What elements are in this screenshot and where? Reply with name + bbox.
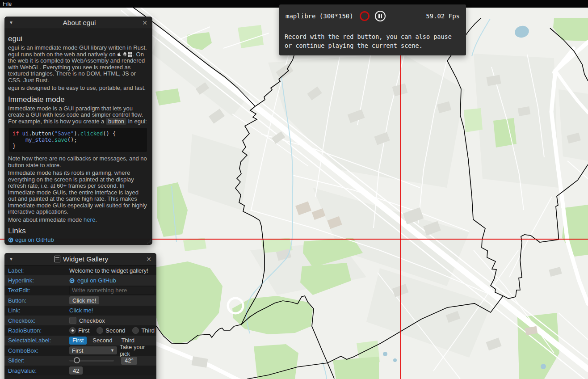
radio-option[interactable]: Second <box>97 327 125 334</box>
row-value: 42° <box>69 357 137 365</box>
row-value: 42 <box>69 366 83 375</box>
click-me-button[interactable]: Click me! <box>69 296 99 304</box>
widget-row: RadioButton:FirstSecondThird <box>4 325 156 335</box>
row-label-hyperlink: Hyperlink: <box>8 277 69 284</box>
selectable-label[interactable]: Second <box>89 337 115 345</box>
about-paragraph-6: More about immediate mode here. <box>8 217 148 223</box>
hyperlink[interactable]: egui on GitHub <box>77 277 116 284</box>
about-paragraph-5: Immediate mode has its roots in gaming, … <box>8 170 148 215</box>
row-label-textedit: TextEdit: <box>8 287 69 294</box>
row-label-radio: RadioButton: <box>8 327 69 334</box>
apple-icon <box>118 52 122 57</box>
recorder-message-line1: Record with the red button, you can also… <box>285 32 461 41</box>
row-label-dragvalue: DragValue: <box>8 367 69 374</box>
radio-option[interactable]: Third <box>132 327 155 334</box>
radio-label: First <box>78 327 89 334</box>
row-label-slider: Slider: <box>8 357 69 364</box>
widget-gallery-rows: Label:Welcome to the widget gallery!Hype… <box>4 265 156 375</box>
row-value: Checkbox <box>69 317 105 324</box>
row-label-button: Button: <box>8 297 69 304</box>
about-link[interactable]: egui on GitHub <box>8 237 148 244</box>
row-label-selectable: SelectableLabel: <box>8 337 69 344</box>
radio-button[interactable] <box>132 327 139 334</box>
widget-gallery-title: Widget Gallery <box>17 255 146 263</box>
about-link-label: egui on GitHub <box>15 237 54 244</box>
widget-row: Label:Welcome to the widget gallery! <box>4 265 156 275</box>
textedit-input[interactable] <box>69 286 154 295</box>
about-titlebar[interactable]: ▼ About egui ✕ <box>4 17 152 29</box>
about-paragraph-2: egui is designed to be easy to use, port… <box>8 85 148 92</box>
selectable-label[interactable]: Third <box>118 337 138 345</box>
links-heading: Links <box>8 227 148 235</box>
about-body: egui egui is an immediate mode GUI libra… <box>4 29 152 245</box>
recorder-header: maplibre (300*150) 59.02 Fps <box>279 4 466 28</box>
about-link-label: @ernerfeldt <box>16 244 46 245</box>
app-stage: File maplibre (300*150) 59.02 Fps Record… <box>0 0 588 379</box>
about-paragraph-3: Immediate mode is a GUI paradigm that le… <box>8 105 148 125</box>
widget-row: Hyperlink:egui on GitHub <box>4 275 156 285</box>
close-icon[interactable]: ✕ <box>142 19 148 26</box>
combobox-hint: Take your pick <box>120 344 156 357</box>
resize-handle[interactable] <box>147 239 151 244</box>
here-link[interactable]: here <box>84 216 95 223</box>
row-value <box>69 286 154 295</box>
recorder-panel: maplibre (300*150) 59.02 Fps Record with… <box>279 4 466 55</box>
radio-button[interactable] <box>97 327 103 334</box>
egui-heading: egui <box>8 34 148 43</box>
cabinet-icon <box>55 256 60 262</box>
row-label-link: Link: <box>8 307 69 314</box>
pause-button[interactable] <box>375 11 386 21</box>
chevron-down-icon: ▼ <box>110 348 114 353</box>
code-block: if ui.button("Save").clicked() { my_stat… <box>9 128 147 152</box>
checkbox[interactable] <box>69 317 76 324</box>
about-link[interactable]: @ernerfeldt <box>8 244 148 245</box>
widget-row: Slider:42° <box>4 356 156 366</box>
about-links: egui on GitHub@ernerfeldtegui documentat… <box>8 237 148 245</box>
row-value: First▼Take your pick <box>69 344 156 357</box>
radio-label: Third <box>141 327 155 334</box>
dragvalue[interactable]: 42 <box>69 366 83 375</box>
slider-knob[interactable] <box>74 357 80 363</box>
slider-track[interactable] <box>69 360 114 362</box>
radio-button[interactable] <box>69 327 76 334</box>
about-window-title: About egui <box>17 19 142 27</box>
os-icons <box>117 51 133 58</box>
row-label-label: Label: <box>8 267 69 274</box>
combobox[interactable]: First▼ <box>69 346 117 354</box>
recorder-message: Record with the red button, you can also… <box>279 28 466 55</box>
click-me-link[interactable]: Click me! <box>69 307 93 314</box>
radio-label: Second <box>105 327 125 334</box>
combobox-value: First <box>72 347 83 354</box>
selectable-label[interactable]: First <box>69 337 87 345</box>
recorder-message-line2: or continue playing the current scene. <box>285 41 461 50</box>
record-button[interactable] <box>360 11 370 21</box>
github-icon <box>69 278 75 283</box>
checkbox-label: Checkbox <box>79 317 105 324</box>
collapse-triangle-icon[interactable]: ▼ <box>9 257 17 261</box>
widget-gallery-window: ▼ Widget Gallery ✕ Label:Welcome to the … <box>4 253 156 379</box>
widget-row: TextEdit: <box>4 286 156 295</box>
about-paragraph-4: Note how there are no callbacks or messa… <box>8 156 148 168</box>
row-value: FirstSecondThird <box>69 337 138 345</box>
widget-row: Button:Click me! <box>4 295 156 305</box>
crosshair-vertical-line <box>400 0 401 379</box>
github-icon <box>8 237 13 243</box>
about-egui-window: ▼ About egui ✕ egui egui is an immediate… <box>4 17 152 245</box>
collapse-triangle-icon[interactable]: ▼ <box>9 20 17 25</box>
widget-row: DragValue:42 <box>4 366 156 375</box>
row-label-combobox: ComboBox: <box>8 347 69 354</box>
linux-icon <box>123 52 127 57</box>
row-value: Click me! <box>69 307 93 314</box>
row-value: Click me! <box>69 296 99 304</box>
fps-counter: 59.02 Fps <box>386 13 460 20</box>
widget-row: Checkbox:Checkbox <box>4 316 156 325</box>
menu-item-file[interactable]: File <box>0 1 14 7</box>
row-value: FirstSecondThird <box>69 327 156 334</box>
widget-row: ComboBox:First▼Take your pick <box>4 345 156 355</box>
row-label-checkbox: Checkbox: <box>8 317 69 324</box>
slider-value[interactable]: 42° <box>121 357 137 365</box>
row-value: Welcome to the widget gallery! <box>69 267 148 274</box>
close-icon[interactable]: ✕ <box>146 256 152 263</box>
radio-option[interactable]: First <box>69 327 89 334</box>
widget-gallery-titlebar[interactable]: ▼ Widget Gallery ✕ <box>4 253 156 265</box>
